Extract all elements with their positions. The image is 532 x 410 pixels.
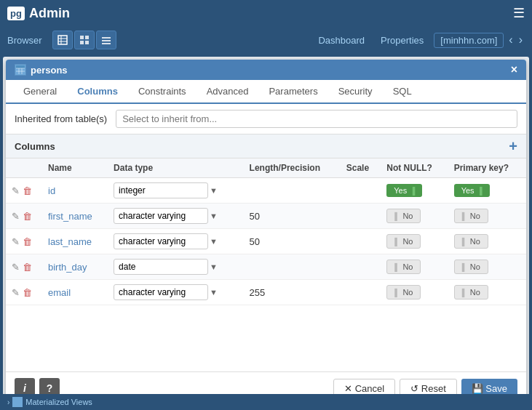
table-row: ✎ 🗑 birth_day ▼ NoNo: [6, 254, 526, 280]
dialog: persons × General Columns Constraints Ad…: [6, 60, 526, 404]
column-name: birth_day: [48, 262, 87, 273]
edit-row-icon[interactable]: ✎: [12, 236, 20, 247]
tab-security[interactable]: Security: [328, 80, 383, 104]
columns-header: Columns +: [6, 134, 526, 158]
table-icon: [15, 64, 26, 76]
col-header-datatype: Data type: [108, 158, 244, 178]
tab-properties[interactable]: Properties: [373, 32, 431, 49]
app-logo: pg Admin: [7, 6, 70, 21]
data-type-select: ▼: [114, 208, 238, 224]
length-value: 255: [250, 287, 266, 298]
tab-dashboard[interactable]: Dashboard: [311, 32, 372, 49]
not-null-toggle[interactable]: No: [386, 285, 421, 300]
next-arrow-icon[interactable]: ›: [517, 33, 525, 47]
data-type-input[interactable]: [114, 182, 208, 198]
logo-pg: pg: [7, 7, 25, 20]
dialog-title: persons: [15, 64, 68, 76]
svg-rect-6: [80, 41, 84, 44]
data-type-input[interactable]: [114, 233, 208, 249]
primary-key-toggle[interactable]: Yes: [454, 184, 490, 197]
nav-breadcrumb: [minhhn.com]: [434, 33, 504, 48]
svg-rect-10: [102, 43, 111, 44]
mat-views-label: Materialized Views: [25, 398, 92, 406]
tab-sql[interactable]: SQL: [383, 80, 422, 104]
inherited-row: Inherited from table(s): [6, 104, 526, 134]
delete-row-icon[interactable]: 🗑: [23, 185, 32, 196]
col-header-scale: Scale: [341, 158, 381, 178]
dropdown-arrow-icon[interactable]: ▼: [210, 186, 218, 195]
col-header-primarykey: Primary key?: [448, 158, 526, 178]
table-row: ✎ 🗑 first_name ▼ 50NoNo: [6, 204, 526, 229]
nav-icons: [52, 31, 116, 49]
delete-row-icon[interactable]: 🗑: [23, 236, 32, 247]
hamburger-menu-icon[interactable]: ☰: [513, 5, 525, 21]
not-null-toggle[interactable]: Yes: [386, 184, 422, 197]
topbar: pg Admin ☰: [0, 0, 532, 26]
dialog-title-text: persons: [31, 65, 68, 76]
edit-row-icon[interactable]: ✎: [12, 185, 20, 196]
data-type-select: ▼: [114, 182, 238, 198]
primary-key-toggle[interactable]: No: [454, 234, 488, 249]
columns-title: Columns: [15, 141, 55, 152]
delete-row-icon[interactable]: 🗑: [23, 262, 32, 273]
row-actions: ✎ 🗑: [12, 262, 36, 273]
statusbar: › Materialized Views: [0, 394, 532, 410]
svg-rect-7: [85, 41, 89, 44]
length-value: 50: [250, 236, 260, 247]
grid-nav-icon[interactable]: [74, 31, 95, 49]
main-area: persons × General Columns Constraints Ad…: [3, 57, 529, 407]
close-button[interactable]: ×: [511, 64, 517, 76]
data-type-input[interactable]: [114, 259, 208, 275]
tab-parameters[interactable]: Parameters: [258, 80, 327, 104]
primary-key-toggle[interactable]: No: [454, 285, 488, 300]
delete-row-icon[interactable]: 🗑: [23, 211, 32, 222]
edit-row-icon[interactable]: ✎: [12, 287, 20, 298]
tab-advanced[interactable]: Advanced: [196, 80, 259, 104]
browser-link[interactable]: Browser: [7, 35, 42, 46]
statusbar-mat-views[interactable]: › Materialized Views: [7, 397, 92, 407]
data-type-input[interactable]: [114, 208, 208, 224]
table-nav-icon[interactable]: [52, 31, 73, 49]
columns-table: Name Data type Length/Precision Scale No…: [6, 158, 526, 371]
length-value: 50: [250, 211, 260, 222]
col-header-length: Length/Precision: [244, 158, 341, 178]
nav-tabs: Dashboard Properties: [311, 32, 431, 49]
edit-row-icon[interactable]: ✎: [12, 262, 20, 273]
dropdown-arrow-icon[interactable]: ▼: [210, 262, 218, 271]
primary-key-toggle[interactable]: No: [454, 209, 488, 223]
primary-key-toggle[interactable]: No: [454, 260, 488, 274]
prev-arrow-icon[interactable]: ‹: [507, 33, 515, 47]
inherited-select[interactable]: [116, 110, 517, 128]
not-null-toggle[interactable]: No: [386, 209, 421, 223]
not-null-toggle[interactable]: No: [386, 260, 421, 274]
not-null-toggle[interactable]: No: [386, 234, 421, 249]
tab-columns[interactable]: Columns: [67, 80, 128, 104]
svg-rect-8: [102, 37, 111, 39]
dialog-header: persons ×: [6, 60, 526, 80]
tab-general[interactable]: General: [13, 80, 67, 104]
dropdown-arrow-icon[interactable]: ▼: [210, 237, 218, 246]
edit-row-icon[interactable]: ✎: [12, 211, 20, 222]
mat-view-icon: [12, 397, 23, 407]
columns-section: Columns + Name Data type Length/Precisio…: [6, 134, 526, 371]
dialog-tabs: General Columns Constraints Advanced Par…: [6, 80, 526, 104]
dropdown-arrow-icon[interactable]: ▼: [210, 212, 218, 220]
svg-rect-12: [16, 65, 25, 68]
row-actions: ✎ 🗑: [12, 211, 36, 222]
add-column-button[interactable]: +: [509, 139, 517, 153]
data-type-select: ▼: [114, 284, 238, 300]
row-actions: ✎ 🗑: [12, 185, 36, 196]
svg-rect-4: [80, 36, 84, 39]
dropdown-arrow-icon[interactable]: ▼: [210, 288, 218, 297]
column-name: first_name: [48, 211, 92, 222]
table-row: ✎ 🗑 last_name ▼ 50NoNo: [6, 229, 526, 254]
schema-nav-icon[interactable]: [96, 31, 116, 49]
column-name: id: [48, 185, 55, 196]
col-header-name: Name: [42, 158, 108, 178]
tab-constraints[interactable]: Constraints: [128, 80, 196, 104]
data-type-input[interactable]: [114, 284, 208, 300]
delete-row-icon[interactable]: 🗑: [23, 287, 32, 298]
navbar: Browser Dashboard Properties [minhhn.com…: [0, 26, 532, 54]
nav-arrows: ‹ ›: [507, 33, 525, 47]
svg-rect-5: [85, 36, 89, 39]
